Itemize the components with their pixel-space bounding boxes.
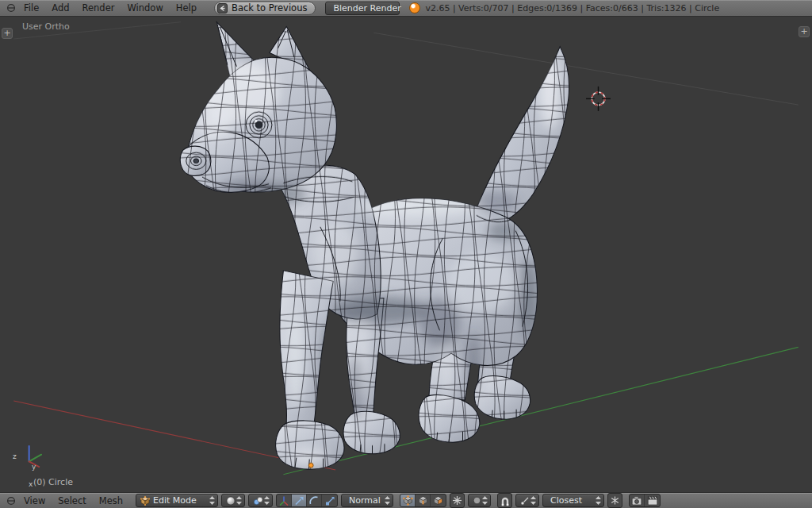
viewport-shading-select[interactable] (221, 494, 245, 507)
gizmo-x-label: x (29, 480, 33, 488)
transform-orientation-select[interactable]: Normal (341, 494, 393, 507)
blender-window: File Add Render Window Help Back to Prev… (0, 0, 812, 508)
mode-value: Edit Mode (150, 495, 209, 506)
snap-self-icon (610, 495, 620, 506)
back-icon (217, 3, 228, 13)
menu-help[interactable]: Help (170, 2, 203, 13)
snap-target-select[interactable]: Closest (542, 494, 604, 507)
blender-logo-icon (409, 2, 420, 13)
render-engine-select[interactable]: Blender Render (325, 2, 400, 15)
edge-select-icon (418, 495, 428, 506)
editor-type-icon-bottom[interactable] (5, 495, 17, 506)
scene-statistics: v2.65 | Verts:0/707 | Edges:0/1369 | Fac… (425, 3, 719, 13)
select-mode-group (400, 494, 446, 507)
snap-self-button[interactable] (607, 493, 622, 508)
limit-selection-visible-button[interactable] (450, 493, 465, 508)
3d-viewport[interactable]: User Ortho (0) Circle z y x + + (0, 17, 812, 492)
opengl-render-group (629, 494, 661, 507)
rotate-arc-icon (308, 495, 320, 506)
edge-select-button[interactable] (416, 495, 431, 506)
snap-element-icon (520, 496, 530, 506)
render-engine-value: Blender Render (330, 3, 404, 13)
menu-window[interactable]: Window (121, 2, 169, 13)
menu-render[interactable]: Render (76, 2, 121, 13)
menu-mesh[interactable]: Mesh (93, 495, 129, 506)
mode-select[interactable]: Edit Mode (136, 494, 218, 507)
opengl-render-anim-button[interactable] (645, 495, 660, 506)
3d-cursor (586, 87, 611, 111)
manipulator-group (276, 494, 338, 507)
viewport-canvas (0, 17, 812, 492)
active-object-label: (0) Circle (33, 477, 73, 487)
back-to-previous-button[interactable]: Back to Previous (214, 2, 316, 15)
edit-mode-icon (140, 496, 150, 506)
occlude-geometry-icon (452, 495, 462, 506)
snap-target-value: Closest (547, 495, 595, 506)
menu-select[interactable]: Select (52, 495, 92, 506)
back-to-previous-label: Back to Previous (232, 2, 307, 13)
menu-view[interactable]: View (17, 495, 52, 506)
vertex-select-icon (403, 495, 413, 506)
orientation-value: Normal (346, 495, 384, 506)
info-header-bar: File Add Render Window Help Back to Prev… (0, 0, 812, 17)
clapperboard-icon (647, 495, 658, 506)
proportional-edit-icon (473, 496, 481, 505)
manipulator-enable-button[interactable] (277, 495, 292, 506)
editor-type-icon[interactable] (5, 2, 17, 13)
dropdown-arrows-icon (263, 495, 270, 506)
pivot-icon (253, 496, 263, 506)
face-select-icon (433, 495, 443, 506)
expand-toolshelf-button[interactable]: + (2, 28, 13, 39)
view-name-label: User Ortho (22, 21, 70, 32)
dropdown-arrows-icon (384, 495, 391, 506)
expand-properties-button[interactable]: + (799, 26, 810, 37)
manipulator-scale-button[interactable] (322, 495, 337, 506)
pivot-point-select[interactable] (248, 494, 273, 507)
axis-tripod-icon (278, 495, 289, 506)
gizmo-y-label: y (32, 463, 36, 471)
magnet-icon (500, 495, 511, 506)
dropdown-arrows-icon (481, 495, 488, 506)
dropdown-arrows-icon (595, 495, 602, 506)
shading-sphere-icon (226, 496, 236, 506)
gizmo-z-label: z (13, 452, 17, 460)
opengl-camera-icon (631, 495, 642, 506)
translate-arrow-icon (293, 495, 304, 506)
dog-mesh-object[interactable] (174, 17, 584, 475)
manipulator-rotate-button[interactable] (307, 495, 322, 506)
menu-add[interactable]: Add (45, 2, 75, 13)
viewport-header-bar: View Select Mesh Edit Mode (0, 492, 812, 508)
grid-line-right (373, 33, 798, 105)
snap-toggle-button[interactable] (497, 493, 512, 508)
menu-file[interactable]: File (17, 2, 45, 13)
scale-arrow-icon (324, 495, 335, 506)
manipulator-translate-button[interactable] (292, 495, 307, 506)
dropdown-arrows-icon (236, 495, 243, 506)
opengl-render-button[interactable] (630, 495, 645, 506)
dropdown-arrows-icon (209, 495, 216, 506)
dropdown-arrows-icon (530, 495, 537, 506)
object-origin-dot (308, 463, 313, 468)
proportional-edit-select[interactable] (468, 494, 491, 507)
face-select-button[interactable] (431, 495, 446, 506)
vertex-select-button[interactable] (400, 495, 416, 506)
snap-element-select[interactable] (515, 494, 539, 507)
